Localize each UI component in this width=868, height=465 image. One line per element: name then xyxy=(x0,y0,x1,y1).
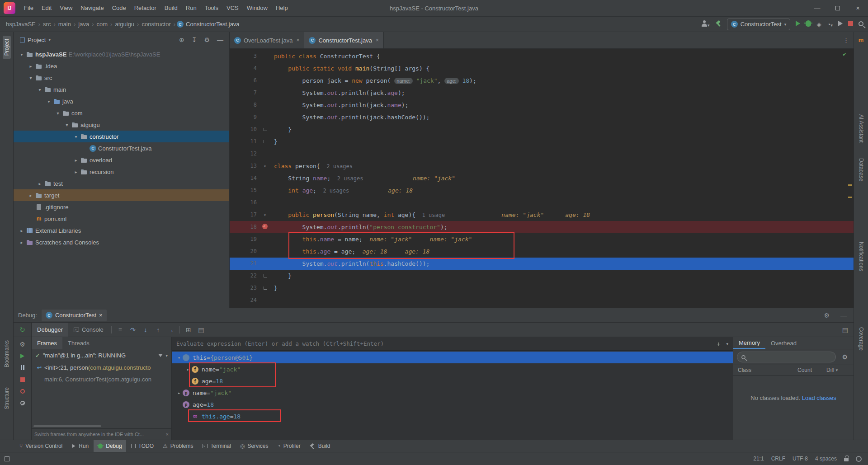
memory-search-input[interactable] xyxy=(737,352,836,362)
step-out-button[interactable]: ↑ xyxy=(152,326,165,333)
maximize-button[interactable] xyxy=(827,0,848,16)
variable-row-watch[interactable]: ∞this.age = 18 xyxy=(172,410,733,422)
caret-position[interactable]: 21:1 xyxy=(753,456,764,462)
toolwindow-button-todo[interactable]: TODO xyxy=(127,440,158,452)
tree-item-com[interactable]: ▾com xyxy=(14,107,229,119)
variable-row[interactable]: page = 18 xyxy=(172,399,733,410)
debug-button[interactable] xyxy=(806,20,811,28)
load-classes-link[interactable]: Load classes xyxy=(802,395,836,401)
frames-scrollbar[interactable] xyxy=(33,425,101,427)
add-watch-icon[interactable]: + xyxy=(714,340,722,348)
lock-icon[interactable] xyxy=(844,458,849,461)
chevron-down-icon[interactable]: ▾ xyxy=(165,353,168,358)
debug-session-tab[interactable]: C ConstructorTest × xyxy=(42,310,107,321)
menu-item-window[interactable]: Window xyxy=(243,0,272,16)
column-class[interactable]: Class xyxy=(738,367,797,373)
tree-item--gitignore[interactable]: .gitignore xyxy=(14,201,229,213)
code-line[interactable]: 4 public static void main(String[] args)… xyxy=(230,62,854,75)
menu-item-build[interactable]: Build xyxy=(160,0,182,16)
view-breakpoints-button[interactable] xyxy=(20,388,25,395)
locate-file-button[interactable]: ⊕ xyxy=(177,36,187,43)
step-over-button[interactable]: ↷ xyxy=(127,326,139,333)
tree-item-main[interactable]: ▾main xyxy=(14,84,229,95)
sidebar-item-coverage[interactable]: Coverage xyxy=(857,324,865,354)
gutter[interactable]: 13▾ xyxy=(230,160,270,172)
run-config-selector[interactable]: C ConstructorTest ▾ xyxy=(727,19,791,30)
sidebar-item-database[interactable]: Database xyxy=(857,155,865,184)
editor-tab[interactable]: COverLoadTest.java× xyxy=(230,32,304,48)
toolwindow-button-terminal[interactable]: >Terminal xyxy=(198,440,235,452)
toolwindow-button-services[interactable]: ◎Services xyxy=(236,440,273,452)
code-line[interactable]: 8 System.out.println(jack.name); xyxy=(230,99,854,111)
hide-panel-button[interactable]: — xyxy=(215,36,226,43)
profiler-button[interactable]: ◔▾ xyxy=(827,21,833,28)
more-options-icon[interactable]: ≡ xyxy=(114,326,127,333)
code-line[interactable]: 10 } xyxy=(230,123,854,136)
code-line[interactable]: 19 this.name = name; name: "jack" name: … xyxy=(230,233,854,245)
gutter[interactable]: 18 xyxy=(230,221,270,233)
view-breakpoints-button[interactable]: ⊞ xyxy=(182,326,195,333)
tree-item-external-libraries[interactable]: ▸External Libraries xyxy=(14,225,229,236)
menu-item-refactor[interactable]: Refactor xyxy=(130,0,160,16)
stop-button[interactable] xyxy=(848,21,853,28)
inspections-ok-icon[interactable]: ✔ xyxy=(843,51,846,57)
gutter[interactable]: 23 xyxy=(230,282,270,294)
gutter[interactable]: 11 xyxy=(230,136,270,148)
build-project-button[interactable] xyxy=(715,20,722,28)
tree-item-target[interactable]: ▸target xyxy=(14,189,229,201)
code-line[interactable]: 20 this.age = age; age: 18 age: 18 xyxy=(230,245,854,258)
gutter[interactable]: 21 xyxy=(230,258,270,270)
chevron-down-icon[interactable]: ▾ xyxy=(726,342,728,346)
layout-settings-icon[interactable]: ▤ xyxy=(842,326,854,333)
menu-item-vcs[interactable]: VCS xyxy=(222,0,243,16)
variable-row[interactable]: ▾this = {person@501} xyxy=(172,352,733,363)
file-encoding[interactable]: UTF-8 xyxy=(793,456,808,462)
tab-memory[interactable]: Memory xyxy=(733,337,765,349)
breadcrumb-item[interactable]: java xyxy=(77,20,90,28)
close-icon[interactable]: × xyxy=(166,432,169,437)
maven-icon[interactable]: m xyxy=(859,37,864,43)
tab-console[interactable]: >_Console xyxy=(68,323,109,337)
gutter[interactable]: 7 xyxy=(230,87,270,99)
tree-item-hspjavase[interactable]: ▾hspJavaSEE:\workplace01\javaSE\hspJavaS… xyxy=(14,48,229,60)
run-button[interactable] xyxy=(796,21,800,28)
gutter[interactable]: 9 xyxy=(230,111,270,123)
gutter[interactable]: 10 xyxy=(230,123,270,136)
toolwindow-button-build[interactable]: Build xyxy=(306,440,335,452)
fold-marker[interactable] xyxy=(264,287,267,290)
chevron-down-icon[interactable]: ▾ xyxy=(48,38,51,42)
debugger-settings-button[interactable]: ⚙ xyxy=(17,341,28,348)
breadcrumb-item[interactable]: atguigu xyxy=(113,20,136,28)
code-line[interactable]: 16 xyxy=(230,197,854,209)
tab-threads[interactable]: Threads xyxy=(62,337,95,349)
column-count[interactable]: Count xyxy=(797,367,826,373)
pause-button[interactable] xyxy=(21,365,24,371)
toolwindow-button-version-control[interactable]: ⑂Version Control xyxy=(15,440,66,452)
toolwindow-button-profiler[interactable]: ◔Profiler xyxy=(273,440,304,452)
breakpoint-icon[interactable] xyxy=(262,224,268,229)
close-icon[interactable]: × xyxy=(295,37,299,43)
code-line[interactable]: 7 System.out.println(jack.age); xyxy=(230,87,854,99)
filter-icon[interactable] xyxy=(158,354,163,357)
code-area[interactable]: 3public class ConstructorTest {4 public … xyxy=(230,49,854,306)
step-into-button[interactable]: ↓ xyxy=(139,326,152,333)
code-line[interactable]: 6 person jack = new person( name: "jack"… xyxy=(230,75,854,87)
run-to-cursor-button[interactable]: → xyxy=(165,326,177,333)
stack-frame[interactable]: ↩<init>:21, person (com.atguigu.construc… xyxy=(32,362,171,373)
coverage-button[interactable]: ◈ xyxy=(816,21,821,28)
variable-row[interactable]: fage = 18 xyxy=(172,375,733,387)
tree-item-constructortest-java[interactable]: CConstructorTest.java xyxy=(14,142,229,154)
status-circle-icon[interactable] xyxy=(856,456,862,462)
gutter[interactable]: 16 xyxy=(230,197,270,209)
evaluate-expression-button[interactable]: ▤ xyxy=(195,326,208,333)
code-line[interactable]: 9 System.out.println(jack.hashCode()); xyxy=(230,111,854,123)
variable-row[interactable]: ▸fname = "jack" xyxy=(172,363,733,375)
collaboration-users-button[interactable]: ▾ xyxy=(701,20,710,28)
breadcrumb-item[interactable]: com xyxy=(95,20,109,28)
toolwindow-button-debug[interactable]: Debug xyxy=(94,440,126,452)
menu-item-edit[interactable]: Edit xyxy=(38,0,56,16)
hide-debug-panel-button[interactable]: — xyxy=(838,312,849,319)
settings-icon[interactable]: ⚙ xyxy=(202,36,212,43)
tree-item-pom-xml[interactable]: mpom.xml xyxy=(14,213,229,225)
code-line[interactable]: 24 xyxy=(230,294,854,306)
